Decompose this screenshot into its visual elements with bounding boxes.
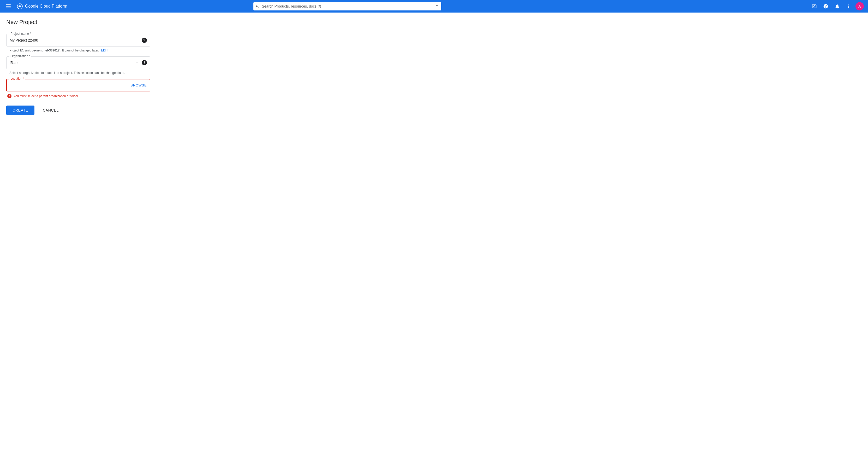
organization-dropdown-icon — [134, 60, 140, 66]
location-field: Location * BROWSE — [6, 79, 150, 91]
menu-icon[interactable] — [4, 2, 12, 10]
location-input-row: BROWSE — [6, 79, 150, 91]
browse-link[interactable]: BROWSE — [130, 83, 147, 87]
main-content: New Project Project name * ? Project ID:… — [0, 12, 157, 121]
edit-project-id-link[interactable]: EDIT — [101, 49, 108, 52]
svg-rect-1 — [6, 6, 11, 6]
project-id-hint: Project ID: unique-sentinel-339617 . It … — [6, 49, 150, 52]
cloud-shell-icon[interactable] — [810, 2, 819, 11]
form-actions: CREATE CANCEL — [6, 106, 150, 115]
organization-value: f5.com — [10, 61, 134, 65]
search-box[interactable]: Search Products, resources, docs (/) — [253, 2, 441, 10]
project-name-label: Project name * — [9, 32, 32, 35]
notifications-icon[interactable] — [833, 2, 842, 11]
app-name: Google Cloud Platform — [25, 4, 67, 9]
organization-select[interactable]: f5.com ? — [6, 56, 150, 69]
topbar: Google Cloud Platform Search Products, r… — [0, 0, 868, 12]
search-icon — [255, 4, 260, 8]
svg-rect-0 — [6, 4, 11, 5]
help-icon[interactable] — [821, 2, 830, 11]
project-name-help-icon[interactable]: ? — [142, 38, 147, 43]
page-title: New Project — [6, 19, 150, 26]
new-project-form: Project name * ? Project ID: unique-sent… — [6, 34, 150, 115]
svg-point-4 — [19, 5, 21, 7]
organization-hint: Select an organization to attach it to a… — [6, 71, 150, 75]
search-placeholder: Search Products, resources, docs (/) — [262, 4, 432, 8]
create-button[interactable]: CREATE — [6, 106, 34, 115]
location-error-message: ! You must select a parent organization … — [6, 94, 150, 98]
svg-rect-2 — [6, 7, 11, 8]
search-bar[interactable]: Search Products, resources, docs (/) — [253, 2, 441, 10]
organization-help-icon[interactable]: ? — [142, 60, 147, 65]
topbar-actions: A — [810, 2, 864, 11]
project-name-input[interactable] — [10, 38, 142, 42]
error-icon: ! — [7, 94, 11, 98]
location-label: Location * — [9, 77, 25, 81]
user-avatar[interactable]: A — [856, 2, 864, 10]
error-text: You must select a parent organization or… — [13, 94, 79, 98]
project-name-field: Project name * ? — [6, 34, 150, 47]
search-dropdown-icon[interactable] — [435, 3, 439, 9]
project-id-value: unique-sentinel-339617 — [25, 49, 60, 52]
project-name-input-row: ? — [6, 34, 150, 47]
app-logo: Google Cloud Platform — [17, 3, 67, 9]
location-input[interactable] — [10, 83, 130, 87]
organization-label: Organization * — [9, 54, 31, 58]
gcp-logo-icon — [17, 3, 23, 9]
cancel-button[interactable]: CANCEL — [39, 106, 63, 115]
more-options-icon[interactable] — [844, 2, 854, 11]
organization-field: Organization * f5.com ? — [6, 56, 150, 69]
